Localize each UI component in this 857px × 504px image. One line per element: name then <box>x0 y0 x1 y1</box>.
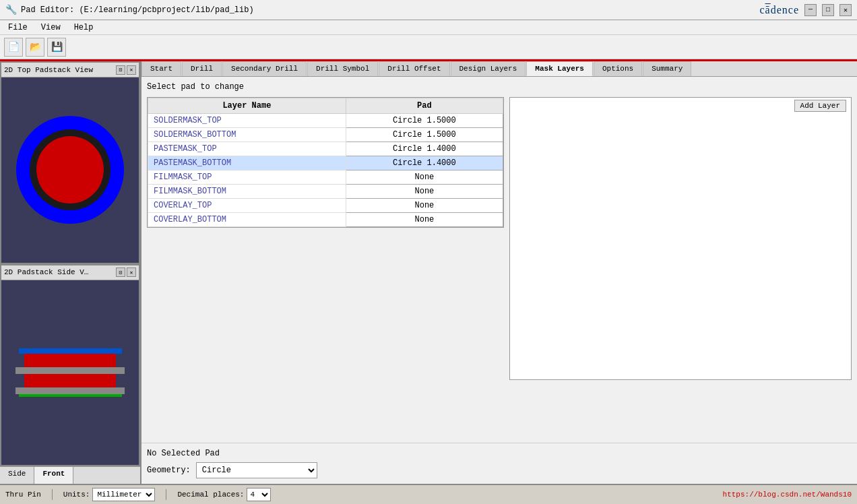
decimal-item: Decimal places: 4 2 3 5 <box>177 488 271 501</box>
layer-red-bottom <box>24 374 116 387</box>
pad-value-cell: Circle 1.4000 <box>346 156 503 170</box>
pad-drill-hole <box>30 129 110 210</box>
tab-options[interactable]: Options <box>594 61 642 76</box>
tab-secondary-drill[interactable]: Secondary Drill <box>222 61 307 76</box>
units-item: Units: Millimeter Inch <box>63 488 156 501</box>
col-header-pad: Pad <box>346 98 503 114</box>
url-label: https://blog.csdn.net/Wands10 <box>723 491 852 499</box>
pad-value-cell: Circle 1.5000 <box>346 128 503 142</box>
layer-name-cell: SOLDERMASK_TOP <box>148 114 346 128</box>
top-view-title-bar: 2D Top Padstack View ⊡ ✕ <box>1 63 139 77</box>
menu-bar: File View Help <box>0 20 857 35</box>
tab-mask-layers[interactable]: Mask Layers <box>526 61 593 76</box>
pad-value-cell: Circle 1.5000 <box>346 114 503 128</box>
status-separator-1 <box>52 489 53 500</box>
tab-design-layers[interactable]: Design Layers <box>451 61 526 76</box>
pad-copper-pad <box>36 136 104 203</box>
top-view-restore-button[interactable]: ⊡ <box>116 65 125 75</box>
tab-drill-symbol[interactable]: Drill Symbol <box>307 61 378 76</box>
table-row[interactable]: COVERLAY_BOTTOMNone <box>148 213 503 227</box>
layer-name-cell: COVERLAY_TOP <box>148 199 346 213</box>
side-layers-stack <box>13 348 127 397</box>
layer-gray-2 <box>15 387 125 394</box>
side-view-close-button[interactable]: ✕ <box>127 267 136 277</box>
layer-name-cell: SOLDERMASK_BOTTOM <box>148 128 346 142</box>
status-separator-2 <box>166 489 166 500</box>
menu-help[interactable]: Help <box>69 22 99 34</box>
view-tabs: Side Front <box>0 466 140 484</box>
decimal-label: Decimal places: <box>177 491 244 499</box>
geometry-row: Geometry: CircleSquareRectangleOblongSha… <box>147 462 852 478</box>
top-view-close-button[interactable]: ✕ <box>127 65 136 75</box>
open-button[interactable]: 📂 <box>26 38 44 57</box>
pad-value-cell: Circle 1.4000 <box>346 142 503 156</box>
right-panel-empty: Add Layer <box>509 97 852 380</box>
top-view-panel: 2D Top Padstack View ⊡ ✕ <box>0 61 140 264</box>
title-bar: 🔧 Pad Editor: (E:/learning/pcbproject/li… <box>0 0 857 20</box>
table-row[interactable]: PASTEMASK_BOTTOMCircle 1.4000 <box>148 156 503 170</box>
save-button[interactable]: 💾 <box>47 38 66 57</box>
side-view-panel: 2D Padstack Side V… ⊡ ✕ <box>0 264 140 467</box>
tab-bar: Start Drill Secondary Drill Drill Symbol… <box>141 61 857 77</box>
app-icon: 🔧 <box>5 4 17 15</box>
title-text: Pad Editor: (E:/learning/pcbproject/lib/… <box>21 5 254 15</box>
pad-value-cell: None <box>346 199 503 213</box>
minimize-button[interactable]: ─ <box>804 4 817 16</box>
tab-summary[interactable]: Summary <box>643 61 691 76</box>
menu-file[interactable]: File <box>3 22 33 34</box>
bottom-section: No Selected Pad Geometry: CircleSquareRe… <box>141 443 857 484</box>
layers-table-container: Layer Name Pad SOLDERMASK_TOPCircle 1.50… <box>147 97 504 228</box>
right-panel: Start Drill Secondary Drill Drill Symbol… <box>141 61 857 484</box>
layers-table: Layer Name Pad SOLDERMASK_TOPCircle 1.50… <box>148 98 503 227</box>
side-view-content <box>1 280 139 466</box>
pin-type-label: Thru Pin <box>5 491 41 499</box>
side-view-title-text: 2D Padstack Side V… <box>4 268 88 276</box>
layer-name-cell: PASTEMASK_BOTTOM <box>148 156 346 170</box>
new-button[interactable]: 📄 <box>4 38 23 57</box>
layer-red-top <box>24 354 116 367</box>
status-bar: Thru Pin Units: Millimeter Inch Decimal … <box>0 484 857 504</box>
table-left: Layer Name Pad SOLDERMASK_TOPCircle 1.50… <box>147 97 504 380</box>
table-row[interactable]: FILMMASK_TOPNone <box>148 170 503 185</box>
layer-name-cell: FILMMASK_BOTTOM <box>148 185 346 199</box>
menu-view[interactable]: View <box>36 22 66 34</box>
table-row[interactable]: PASTEMASK_TOPCircle 1.4000 <box>148 142 503 156</box>
geometry-select[interactable]: CircleSquareRectangleOblongShape <box>196 462 317 478</box>
table-row[interactable]: SOLDERMASK_TOPCircle 1.5000 <box>148 114 503 128</box>
table-row[interactable]: SOLDERMASK_BOTTOMCircle 1.5000 <box>148 128 503 142</box>
layer-name-cell: PASTEMASK_TOP <box>148 142 346 156</box>
pad-outer-ring <box>16 116 124 224</box>
top-view-title-text: 2D Top Padstack View <box>4 66 93 74</box>
units-select[interactable]: Millimeter Inch <box>92 488 155 501</box>
tab-drill-offset[interactable]: Drill Offset <box>379 61 449 76</box>
add-layer-button[interactable]: Add Layer <box>794 100 846 112</box>
left-panel: 2D Top Padstack View ⊡ ✕ 2D Padstack Sid… <box>0 61 141 484</box>
top-view-content <box>1 77 139 263</box>
layer-top-blue <box>19 348 122 354</box>
tab-start[interactable]: Start <box>141 61 181 76</box>
pad-value-cell: None <box>346 170 503 185</box>
close-button[interactable]: ✕ <box>839 4 852 16</box>
table-row[interactable]: FILMMASK_BOTTOMNone <box>148 185 503 199</box>
layer-gray-1 <box>15 367 125 374</box>
geometry-label: Geometry: <box>147 466 191 475</box>
layer-green-bottom <box>19 394 122 397</box>
maximize-button[interactable]: □ <box>822 4 834 16</box>
toolbar: 📄 📂 💾 <box>0 35 857 59</box>
table-wrapper: Layer Name Pad SOLDERMASK_TOPCircle 1.50… <box>147 97 852 380</box>
main-area: 2D Top Padstack View ⊡ ✕ 2D Padstack Sid… <box>0 61 857 484</box>
col-header-layer-name: Layer Name <box>148 98 346 114</box>
tab-content-mask-layers: Select pad to change Layer Name Pad <box>141 77 857 443</box>
decimal-select[interactable]: 4 2 3 5 <box>247 488 271 501</box>
tab-side[interactable]: Side <box>0 467 34 484</box>
units-label: Units: <box>63 491 90 499</box>
layer-name-cell: COVERLAY_BOTTOM <box>148 213 346 227</box>
tab-front[interactable]: Front <box>34 467 73 484</box>
tab-drill[interactable]: Drill <box>182 61 222 76</box>
pad-value-cell: None <box>346 185 503 199</box>
empty-space <box>147 380 852 443</box>
layer-name-cell: FILMMASK_TOP <box>148 170 346 185</box>
no-selected-pad-label: No Selected Pad <box>147 449 852 458</box>
table-row[interactable]: COVERLAY_TOPNone <box>148 199 503 213</box>
side-view-restore-button[interactable]: ⊡ <box>116 267 125 277</box>
